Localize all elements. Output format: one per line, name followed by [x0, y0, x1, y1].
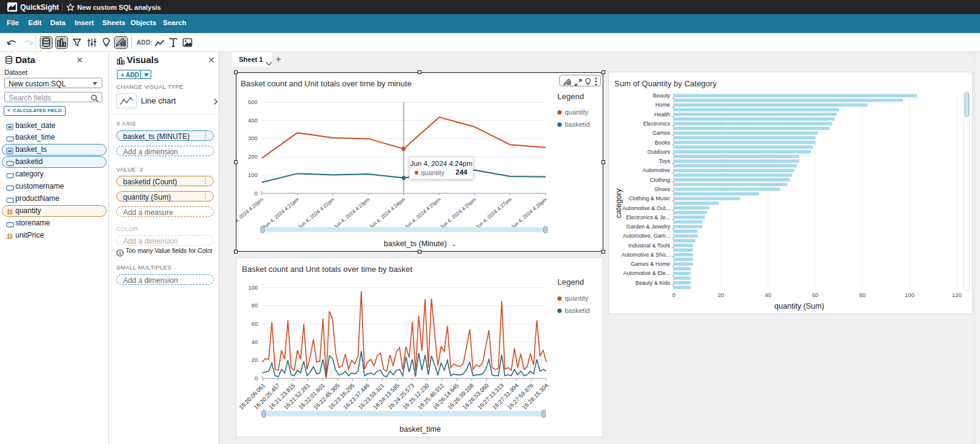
svg-text:Automotive, Gam...: Automotive, Gam... — [623, 233, 670, 239]
svg-text:Jun 4, 2024 4:22pm: Jun 4, 2024 4:22pm — [296, 196, 335, 230]
svg-text:0: 0 — [255, 375, 258, 382]
svg-text:Clothing & Music: Clothing & Music — [628, 195, 670, 201]
svg-text:Automotive: Automotive — [643, 167, 670, 173]
svg-text:Books: Books — [655, 140, 671, 146]
svg-text:Jun 4, 2024 4:21pm: Jun 4, 2024 4:21pm — [262, 196, 300, 230]
svg-text:200: 200 — [248, 153, 258, 160]
svg-text:Jun 4, 2024 4:26pm: Jun 4, 2024 4:26pm — [439, 196, 477, 230]
svg-text:60: 60 — [251, 320, 258, 327]
svg-text:40: 40 — [765, 292, 772, 298]
svg-text:Electronics & Je...: Electronics & Je... — [626, 214, 670, 220]
svg-text:60: 60 — [812, 292, 819, 298]
svg-text:80: 80 — [859, 292, 866, 298]
svg-text:300: 300 — [248, 135, 258, 141]
svg-text:Garden & Jewelry: Garden & Jewelry — [626, 224, 670, 230]
svg-text:Automotive & Sho...: Automotive & Sho... — [621, 252, 670, 258]
svg-text:80: 80 — [251, 302, 258, 309]
svg-text:Jun 4, 2024 4:28pm: Jun 4, 2024 4:28pm — [510, 196, 548, 230]
svg-text:500: 500 — [248, 99, 258, 105]
svg-text:0: 0 — [672, 292, 675, 298]
svg-text:40: 40 — [251, 339, 258, 345]
svg-text:Industrial & Tools: Industrial & Tools — [628, 243, 671, 249]
svg-text:Home: Home — [655, 102, 670, 108]
svg-text:0: 0 — [254, 190, 257, 197]
svg-text:Electronics: Electronics — [643, 121, 671, 127]
svg-text:20: 20 — [718, 292, 725, 298]
svg-text:Shoes: Shoes — [654, 186, 670, 192]
svg-text:Jun 4, 2024 4:27pm: Jun 4, 2024 4:27pm — [474, 196, 513, 230]
svg-text:100: 100 — [905, 292, 914, 298]
svg-text:100: 100 — [248, 171, 258, 178]
svg-text:400: 400 — [248, 117, 258, 124]
svg-text:Jun 4, 2024 4:25pm: Jun 4, 2024 4:25pm — [403, 196, 442, 230]
svg-text:Jun 4, 2024 4:23pm: Jun 4, 2024 4:23pm — [332, 196, 371, 230]
svg-text:Jun 4, 2024 4:20pm: Jun 4, 2024 4:20pm — [236, 196, 265, 230]
svg-text:Games: Games — [652, 130, 671, 136]
svg-text:Beauty & Kids: Beauty & Kids — [635, 280, 670, 286]
svg-text:Outdoors: Outdoors — [647, 149, 671, 155]
svg-text:Health: Health — [654, 111, 670, 118]
svg-text:Automotive & Ele...: Automotive & Ele... — [623, 270, 670, 276]
svg-text:Toys: Toys — [658, 158, 670, 164]
svg-text:100: 100 — [248, 284, 258, 291]
svg-text:Automotive & Out...: Automotive & Out... — [622, 205, 670, 211]
svg-text:Beauty: Beauty — [653, 92, 671, 99]
svg-text:Games & Home: Games & Home — [631, 261, 670, 267]
svg-text:20: 20 — [251, 356, 258, 363]
svg-text:120: 120 — [952, 292, 962, 298]
svg-text:Jun 4, 2024 4:24pm: Jun 4, 2024 4:24pm — [368, 196, 406, 230]
svg-text:Clothing: Clothing — [650, 177, 670, 183]
